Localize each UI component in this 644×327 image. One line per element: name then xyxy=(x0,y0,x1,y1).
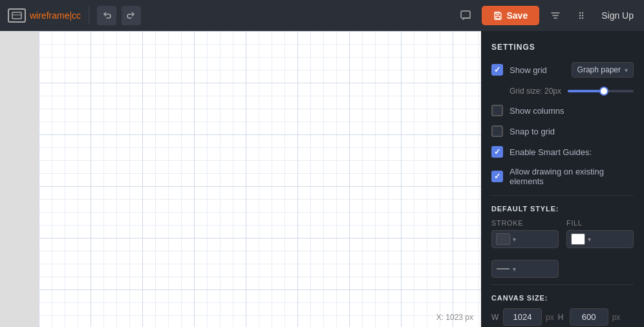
show-grid-row: Show grid Graph paper ▾ xyxy=(491,62,634,78)
svg-point-10 xyxy=(579,15,581,16)
settings-panel: SETTINGS Show grid Graph paper ▾ Grid si… xyxy=(481,31,644,327)
stroke-chevron-icon: ▾ xyxy=(513,236,516,243)
settings-title: SETTINGS xyxy=(491,43,634,52)
height-label: H xyxy=(558,313,566,322)
logo-text-main: wireframe xyxy=(30,10,69,21)
topbar: wireframe|cc Save Sign Up xyxy=(0,0,644,31)
svg-point-11 xyxy=(582,15,583,16)
logo-icon xyxy=(8,8,26,23)
fill-color-swatch xyxy=(571,233,585,245)
stroke-line-swatch xyxy=(496,263,510,275)
show-grid-checkbox[interactable] xyxy=(491,64,503,76)
fill-swatch-button[interactable]: ▾ xyxy=(566,230,634,248)
smart-guides-label: Enable Smart Guides: xyxy=(510,147,634,157)
canvas-width-input[interactable] xyxy=(503,308,542,326)
fill-label: FILL xyxy=(566,219,634,227)
svg-point-12 xyxy=(579,17,581,19)
logo-text: wireframe|cc xyxy=(30,10,81,21)
canvas-grid xyxy=(39,31,481,327)
style-row: STROKE ▾ ▾ FILL ▾ xyxy=(491,219,634,278)
grid-type-label: Graph paper xyxy=(577,65,621,74)
allow-drawing-label: Allow drawing on existing elements xyxy=(510,167,634,186)
topbar-divider xyxy=(89,6,89,25)
grid-type-dropdown[interactable]: Graph paper ▾ xyxy=(572,62,634,78)
canvas-size-row: W px H px xyxy=(491,308,634,326)
show-grid-label: Show grid xyxy=(510,65,565,75)
canvas-coords: X: 1023 px xyxy=(436,313,473,322)
signup-button[interactable]: Sign Up xyxy=(599,10,636,21)
divider-2 xyxy=(491,284,634,285)
chevron-down-icon: ▾ xyxy=(625,67,628,74)
allow-drawing-checkbox[interactable] xyxy=(491,171,503,182)
width-unit: px xyxy=(546,313,554,322)
slider-thumb[interactable] xyxy=(599,87,608,96)
svg-point-8 xyxy=(579,12,581,14)
save-label: Save xyxy=(506,10,528,21)
fill-chevron-icon: ▾ xyxy=(588,236,591,243)
left-sidebar xyxy=(0,31,39,327)
height-unit: px xyxy=(612,313,621,322)
canvas-height-input[interactable] xyxy=(570,308,608,326)
grid-size-slider[interactable] xyxy=(568,90,634,92)
grid-size-label: Grid size: 20px xyxy=(510,87,561,96)
snap-to-grid-label: Snap to grid xyxy=(510,127,634,136)
topbar-right: Save Sign Up xyxy=(455,5,636,26)
grid-size-row: Grid size: 20px xyxy=(491,87,634,96)
show-columns-checkbox[interactable] xyxy=(491,105,503,116)
undo-button[interactable] xyxy=(97,6,116,25)
svg-point-13 xyxy=(582,17,583,19)
canvas-size-title: CANVAS SIZE: xyxy=(491,294,634,302)
fill-col: FILL ▾ xyxy=(566,219,634,278)
chat-button[interactable] xyxy=(455,5,477,26)
stroke-col: STROKE ▾ ▾ xyxy=(491,219,559,278)
divider-1 xyxy=(491,195,634,196)
save-button[interactable]: Save xyxy=(482,6,539,25)
svg-rect-4 xyxy=(496,12,499,14)
canvas-area[interactable]: X: 1023 px xyxy=(39,31,481,327)
main-area: X: 1023 px SETTINGS Show grid Graph pape… xyxy=(0,31,644,327)
snap-to-grid-checkbox[interactable] xyxy=(491,125,503,137)
logo-area: wireframe|cc xyxy=(8,8,81,23)
menu-button[interactable] xyxy=(572,5,594,26)
slider-fill xyxy=(568,90,604,92)
show-columns-label: Show columns xyxy=(510,106,634,116)
stroke-style-chevron-icon: ▾ xyxy=(513,266,516,273)
svg-rect-0 xyxy=(12,12,21,19)
logo-text-accent: |cc xyxy=(69,10,81,21)
snap-to-grid-row: Snap to grid xyxy=(491,125,634,137)
filter-button[interactable] xyxy=(544,5,566,26)
allow-drawing-row: Allow drawing on existing elements xyxy=(491,167,634,186)
show-columns-row: Show columns xyxy=(491,105,634,116)
stroke-label: STROKE xyxy=(491,219,559,227)
svg-rect-2 xyxy=(461,11,470,18)
smart-guides-row: Enable Smart Guides: xyxy=(491,146,634,158)
stroke-style-button[interactable]: ▾ xyxy=(491,260,559,278)
redo-button[interactable] xyxy=(122,6,141,25)
smart-guides-checkbox[interactable] xyxy=(491,146,503,158)
width-label: W xyxy=(491,313,499,322)
default-style-title: DEFAULT STYLE: xyxy=(491,205,634,213)
stroke-color-swatch xyxy=(496,233,510,245)
stroke-swatch-button[interactable]: ▾ xyxy=(491,230,559,248)
svg-point-9 xyxy=(582,12,583,14)
svg-rect-3 xyxy=(496,16,500,19)
